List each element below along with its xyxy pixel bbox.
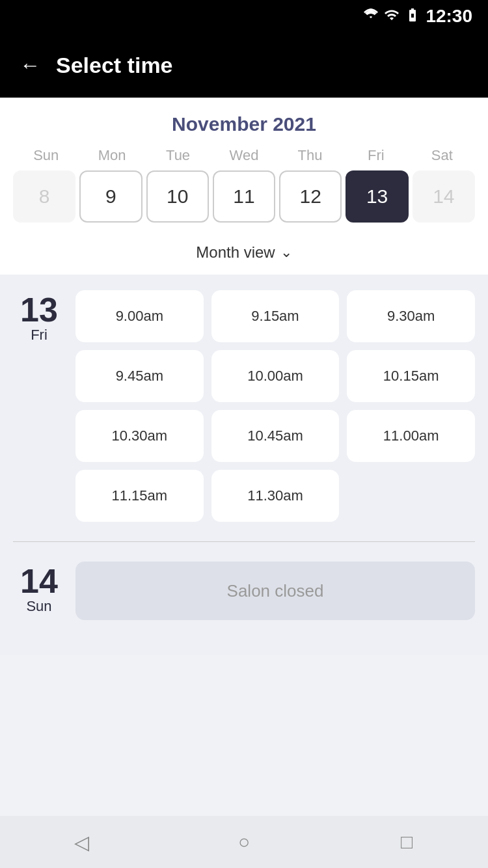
day-cell-11[interactable]: 11 bbox=[213, 170, 275, 223]
time-slot-1115am[interactable]: 11.15am bbox=[75, 470, 204, 522]
time-slot-945am[interactable]: 9.45am bbox=[75, 350, 204, 402]
day-block-14: 14 Sun Salon closed bbox=[13, 562, 475, 620]
nav-home-button[interactable]: ○ bbox=[218, 816, 270, 868]
nav-back-button[interactable]: ◁ bbox=[55, 816, 107, 868]
weekday-thu: Thu bbox=[277, 147, 343, 164]
day-cell-13[interactable]: 13 bbox=[346, 170, 408, 223]
battery-icon bbox=[405, 7, 420, 25]
day-divider bbox=[13, 541, 475, 542]
weekday-tue: Tue bbox=[145, 147, 211, 164]
day-cell-9[interactable]: 9 bbox=[79, 170, 142, 223]
day-cell-8[interactable]: 8 bbox=[13, 170, 75, 223]
day-cell-10[interactable]: 10 bbox=[146, 170, 209, 223]
weekday-sun: Sun bbox=[13, 147, 79, 164]
day-number-13: 13 bbox=[20, 293, 58, 327]
day-label-14: 14 Sun bbox=[13, 562, 65, 620]
day-label-13: 13 Fri bbox=[13, 290, 65, 522]
days-row: 8 9 10 11 12 13 14 bbox=[13, 170, 475, 233]
time-slot-1015am[interactable]: 10.15am bbox=[347, 350, 475, 402]
calendar-section: November 2021 Sun Mon Tue Wed Thu Fri Sa… bbox=[0, 98, 488, 233]
day-name-13: Fri bbox=[31, 327, 47, 344]
weekday-wed: Wed bbox=[211, 147, 277, 164]
back-button[interactable]: ← bbox=[20, 55, 40, 75]
page-title: Select time bbox=[56, 53, 173, 78]
time-slot-915am[interactable]: 9.15am bbox=[211, 290, 340, 342]
chevron-down-icon[interactable]: ⌄ bbox=[280, 244, 292, 261]
weekday-mon: Mon bbox=[79, 147, 144, 164]
time-slot-1130am[interactable]: 11.30am bbox=[211, 470, 340, 522]
day-name-14: Sun bbox=[26, 598, 51, 615]
day-cell-14[interactable]: 14 bbox=[413, 170, 475, 223]
time-slot-1030am[interactable]: 10.30am bbox=[75, 410, 204, 462]
time-slots-grid-13: 9.00am 9.15am 9.30am 9.45am 10.00am 10.1… bbox=[75, 290, 475, 522]
status-time: 12:30 bbox=[426, 6, 472, 27]
time-slot-930am[interactable]: 9.30am bbox=[347, 290, 475, 342]
time-slot-900am[interactable]: 9.00am bbox=[75, 290, 204, 342]
schedule-section: 13 Fri 9.00am 9.15am 9.30am 9.45am 10.00… bbox=[0, 275, 488, 655]
time-slot-1100am[interactable]: 11.00am bbox=[347, 410, 475, 462]
salon-closed-label: Salon closed bbox=[75, 562, 475, 620]
nav-recent-button[interactable]: □ bbox=[381, 816, 433, 868]
weekday-sat: Sat bbox=[409, 147, 475, 164]
time-slot-1045am[interactable]: 10.45am bbox=[211, 410, 340, 462]
day-cell-12[interactable]: 12 bbox=[279, 170, 342, 223]
day-number-14: 14 bbox=[20, 564, 58, 598]
status-icons: 12:30 bbox=[363, 6, 472, 27]
status-bar: 12:30 bbox=[0, 0, 488, 33]
weekday-fri: Fri bbox=[343, 147, 409, 164]
salon-closed-wrapper: Salon closed bbox=[75, 562, 475, 620]
wifi-icon bbox=[363, 7, 379, 25]
calendar-month-year: November 2021 bbox=[13, 113, 475, 135]
day-block-13: 13 Fri 9.00am 9.15am 9.30am 9.45am 10.00… bbox=[13, 290, 475, 522]
weekday-row: Sun Mon Tue Wed Thu Fri Sat bbox=[13, 147, 475, 164]
bottom-nav: ◁ ○ □ bbox=[0, 816, 488, 868]
month-view-row: Month view ⌄ bbox=[0, 233, 488, 275]
time-slot-1000am[interactable]: 10.00am bbox=[211, 350, 340, 402]
signal-icon bbox=[384, 7, 400, 25]
header: ← Select time bbox=[0, 33, 488, 98]
month-view-label: Month view bbox=[196, 243, 275, 262]
